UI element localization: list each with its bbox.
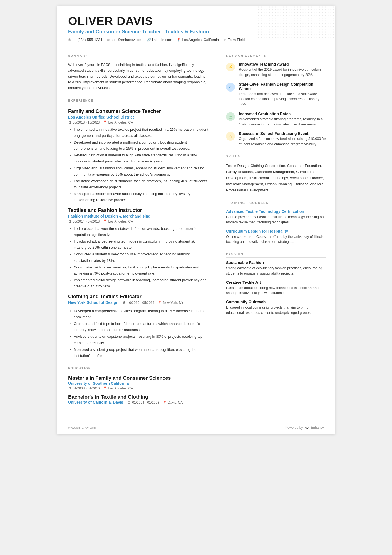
passion-name-1: Sustainable Fashion — [226, 260, 326, 265]
edu-meta-2: 🗓 01/2004 - 01/2008 📍 Davis, CA — [128, 401, 183, 404]
location-icon: 📍 — [177, 38, 181, 42]
training-name-1: Advanced Textile Technology Certificatio… — [226, 209, 326, 214]
job-entry-2: Textiles and Fashion Instructor Fashion … — [68, 208, 209, 289]
bullet-item: Implemented an innovative textiles proje… — [74, 127, 209, 139]
job-title-1: Family and Consumer Science Teacher — [68, 108, 209, 114]
job-meta-1: 🗓 08/2018 - 10/2023 📍 Los Angeles, CA — [68, 120, 209, 124]
job-bullets-2: Led projects that won three statewide fa… — [68, 226, 209, 289]
calendar-icon-2: 🗓 — [68, 219, 71, 223]
phone-text: +1-(234)-555-1234 — [72, 38, 102, 42]
job-meta-2: 🗓 06/2014 - 07/2018 📍 Los Angeles, CA — [68, 219, 209, 223]
passion-item-1: Sustainable Fashion Strong advocate of e… — [226, 260, 326, 276]
passion-desc-1: Strong advocate of eco-friendly fashion … — [226, 266, 326, 276]
bullet-item: Conducted a student survey for course im… — [74, 251, 209, 263]
calendar-icon-3: 🗓 — [123, 301, 126, 305]
passion-desc-3: Engaged in local community projects that… — [226, 305, 326, 315]
training-desc-1: Course provided by Fashion Institute of … — [226, 214, 326, 225]
edu-entry-2: Bachelor's in Textile and Clothing Unive… — [68, 394, 209, 404]
education-title: EDUCATION — [68, 367, 209, 372]
summary-title: SUMMARY — [68, 54, 209, 59]
achievement-2: ✓ State-Level Fashion Design Competition… — [226, 82, 326, 107]
edu-location-1: 📍 Los Angeles, CA — [103, 386, 133, 390]
achievement-icon-3: ⊟ — [226, 112, 235, 121]
skills-section: SKILLS Textile Design, Clothing Construc… — [226, 155, 326, 193]
pin-icon-2: 📍 — [103, 219, 107, 223]
bullet-item: Managed classroom behavior successfully,… — [74, 191, 209, 203]
extra-text: Extra Field — [227, 38, 245, 42]
bullet-item: Orchestrated field trips to local fabric… — [74, 321, 209, 333]
pin-icon-3: 📍 — [158, 301, 162, 305]
achievement-desc-1: Recipient of the 2019 award for innovati… — [239, 67, 326, 78]
passion-item-2: Creative Textile Art Passionate about ex… — [226, 280, 326, 296]
job-company-2: Fashion Institute of Design & Merchandis… — [68, 214, 209, 218]
passion-name-3: Community Outreach — [226, 300, 326, 304]
school-2: University of California, Davis — [68, 400, 123, 404]
achievement-desc-2: Led a team that achieved first place in … — [239, 92, 326, 107]
achievement-desc-3: Implemented strategic tutoring programs,… — [239, 117, 326, 127]
training-name-2: Curriculum Design for Hospitality — [226, 229, 326, 233]
passions-section: PASSIONS Sustainable Fashion Strong advo… — [226, 252, 326, 315]
calendar-edu-icon-2: 🗓 — [128, 401, 131, 404]
pin-edu-icon-2: 📍 — [163, 401, 167, 404]
skills-title: SKILLS — [226, 155, 326, 160]
achievements-section: KEY ACHIEVEMENTS ⚡ Innovative Teaching A… — [226, 54, 326, 147]
bullet-item: Facilitated workshops on sustainable fas… — [74, 178, 209, 190]
achievement-1: ⚡ Innovative Teaching Award Recipient of… — [226, 62, 326, 78]
job-company-row-3: New York School of Design 🗓 10/2010 - 05… — [68, 300, 209, 306]
job-location-1: 📍 Los Angeles, CA — [103, 120, 133, 124]
powered-by-text: Powered by — [285, 426, 303, 430]
achievement-4: ☆ Successful School Fundraising Event Or… — [226, 131, 326, 147]
achievement-icon-4: ☆ — [226, 132, 235, 141]
achievement-desc-4: Organized a fashion show fundraiser, rai… — [239, 136, 326, 147]
job-location-2: 📍 Los Angeles, CA — [103, 219, 133, 223]
achievement-3: ⊟ Increased Graduation Rates Implemented… — [226, 112, 326, 127]
degree-2: Bachelor's in Textile and Clothing — [68, 394, 209, 400]
job-location-3: 📍 New York, NY — [158, 301, 183, 305]
contact-location: 📍 Los Angeles, California — [177, 38, 219, 42]
svg-rect-1 — [257, 6, 335, 39]
training-item-1: Advanced Textile Technology Certificatio… — [226, 209, 326, 225]
brand-logo: ∞ — [305, 425, 309, 431]
job-dates-1: 🗓 08/2018 - 10/2023 — [68, 120, 100, 124]
right-column: KEY ACHIEVEMENTS ⚡ Innovative Teaching A… — [218, 47, 335, 421]
edu-location-2: 📍 Davis, CA — [163, 401, 183, 404]
bullet-item: Organized annual fashion showcases, enha… — [74, 165, 209, 177]
contact-linkedin: 🔗 linkedin.com — [147, 38, 172, 42]
bullet-item: Developed a comprehensive textiles progr… — [74, 308, 209, 320]
achievement-title-3: Increased Graduation Rates — [239, 112, 326, 116]
achievement-icon-1: ⚡ — [226, 63, 235, 71]
passion-name-2: Creative Textile Art — [226, 280, 326, 285]
bullet-item: Advised students on capstone projects, r… — [74, 334, 209, 346]
linkedin-text: linkedin.com — [152, 38, 172, 42]
left-column: SUMMARY With over 8 years in FACS, speci… — [57, 47, 218, 421]
achievement-content-1: Innovative Teaching Award Recipient of t… — [239, 62, 326, 78]
footer-brand: Powered by ∞ Enhancv — [285, 425, 324, 431]
footer: www.enhancv.com Powered by ∞ Enhancv — [57, 421, 335, 434]
phone-icon: ✆ — [68, 38, 71, 42]
email-icon: ✉ — [107, 38, 110, 42]
training-item-2: Curriculum Design for Hospitality Online… — [226, 229, 326, 245]
edu-entry-1: Master's in Family and Consumer Sciences… — [68, 375, 209, 390]
achievement-title-2: State-Level Fashion Design Competition W… — [239, 82, 326, 91]
bullet-item: Led projects that won three statewide fa… — [74, 226, 209, 238]
job-title-2: Textiles and Fashion Instructor — [68, 208, 209, 213]
training-title: TRAINING / COURSES — [226, 201, 326, 206]
calendar-edu-icon-1: 🗓 — [68, 386, 71, 390]
summary-section: SUMMARY With over 8 years in FACS, speci… — [68, 54, 209, 91]
job-dates-2: 🗓 06/2014 - 07/2018 — [68, 219, 100, 223]
footer-website: www.enhancv.com — [68, 426, 96, 430]
main-content: SUMMARY With over 8 years in FACS, speci… — [57, 47, 335, 421]
achievement-icon-2: ✓ — [226, 83, 235, 92]
brand-name: Enhancv — [311, 426, 324, 430]
edu-dates-1: 🗓 01/2008 - 01/2010 — [68, 386, 100, 390]
job-meta-3: 🗓 10/2010 - 05/2014 📍 New York, NY — [123, 301, 183, 305]
resume-document: OLIVER DAVIS Family and Consumer Science… — [57, 6, 335, 434]
bullet-item: Implemented digital design software in t… — [74, 277, 209, 289]
experience-title: EXPERIENCE — [68, 99, 209, 104]
training-section: TRAINING / COURSES Advanced Textile Tech… — [226, 201, 326, 245]
edu-row-2: University of California, Davis 🗓 01/200… — [68, 400, 209, 404]
email-text: help@enhancv.com — [111, 38, 142, 42]
job-entry-3: Clothing and Textiles Educator New York … — [68, 294, 209, 359]
achievement-content-4: Successful School Fundraising Event Orga… — [239, 131, 326, 147]
achievement-title-1: Innovative Teaching Award — [239, 62, 326, 66]
